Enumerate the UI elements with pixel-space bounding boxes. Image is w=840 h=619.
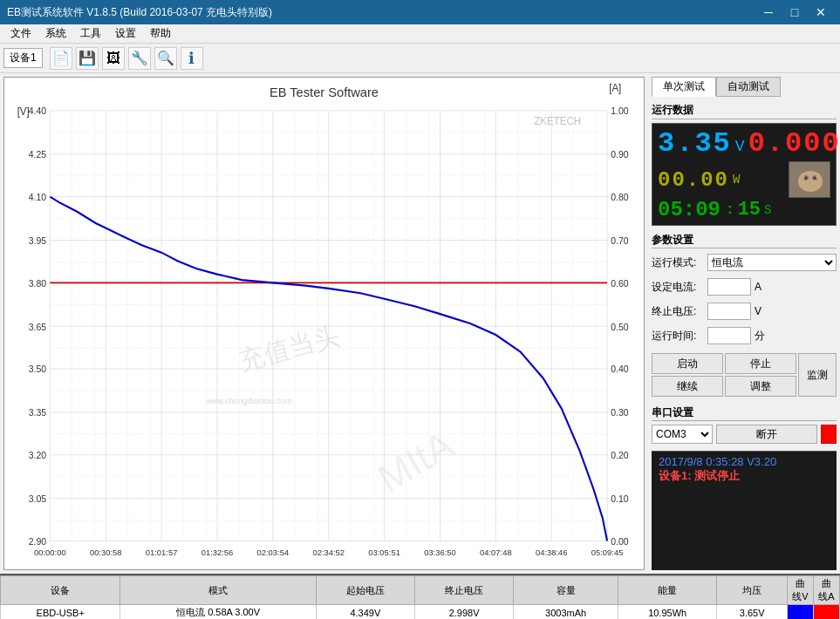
connection-indicator — [821, 425, 837, 444]
cat-image — [789, 161, 830, 198]
mode-row: 运行模式: 恒电流 — [652, 254, 837, 271]
toolbar: 设备1 📄 💾 🖼 🔧 🔍 ℹ — [0, 44, 840, 73]
menu-bar: 文件 系统 工具 设置 帮助 — [0, 24, 840, 44]
menu-file[interactable]: 文件 — [3, 24, 38, 43]
col-capacity: 容量 — [514, 576, 618, 605]
svg-text:3.20: 3.20 — [29, 450, 46, 460]
time-display: 05:09 — [658, 198, 720, 221]
svg-text:3.65: 3.65 — [29, 321, 46, 331]
title-bar: EB测试系统软件 V1.8.5 (Build 2016-03-07 充电头特别版… — [0, 0, 840, 24]
voltage-input[interactable]: 3.00 — [707, 303, 751, 320]
svg-text:02:03:54: 02:03:54 — [257, 548, 290, 557]
data-table: 设备 模式 起始电压 终止电压 容量 能量 均压 曲线V 曲线A EBD-USB… — [0, 574, 840, 619]
voltage-current-row: 3.35 V 0.000 A — [658, 127, 830, 160]
time-row: 05:09 : 15 S — [658, 198, 830, 221]
title-controls: ─ □ ✕ — [756, 3, 833, 22]
tab-single[interactable]: 单次测试 — [652, 77, 716, 97]
monitor-button[interactable]: 监测 — [798, 353, 837, 397]
tab-auto[interactable]: 自动测试 — [716, 77, 781, 97]
time-sec: 15 — [738, 199, 761, 221]
cell-start-volt: 4.349V — [316, 605, 414, 620]
serial-label: 串口设置 — [652, 405, 837, 421]
svg-text:1.00: 1.00 — [611, 105, 628, 116]
serial-row: COM3 断开 — [652, 425, 837, 444]
minimize-button[interactable]: ─ — [756, 3, 781, 22]
cell-avg-volt: 3.65V — [717, 605, 788, 620]
svg-text:3.80: 3.80 — [29, 278, 46, 289]
menu-settings[interactable]: 设置 — [108, 24, 143, 43]
chart-area: EB Tester Software ZKETECH 充值当头 www.chon… — [3, 77, 645, 570]
disconnect-button[interactable]: 断开 — [716, 425, 817, 444]
svg-text:01:32:56: 01:32:56 — [201, 548, 234, 557]
adjust-button[interactable]: 调整 — [725, 376, 796, 397]
svg-text:EB Tester Software: EB Tester Software — [270, 84, 379, 99]
menu-help[interactable]: 帮助 — [143, 24, 178, 43]
results-table: 设备 模式 起始电压 终止电压 容量 能量 均压 曲线V 曲线A EBD-USB… — [0, 575, 840, 619]
cell-curve-v — [788, 605, 814, 620]
svg-text:0.40: 0.40 — [611, 364, 628, 374]
svg-text:05:09:45: 05:09:45 — [591, 548, 624, 557]
menu-tools[interactable]: 工具 — [73, 24, 108, 43]
svg-text:2.90: 2.90 — [29, 536, 46, 547]
image-button[interactable]: 🖼 — [102, 47, 125, 70]
svg-text:ZKETECH: ZKETECH — [534, 115, 581, 126]
chart-svg: EB Tester Software ZKETECH 充值当头 www.chon… — [4, 78, 644, 569]
col-end-volt: 终止电压 — [414, 576, 513, 605]
params-label: 参数设置 — [652, 233, 837, 248]
current-input[interactable]: 0.58 — [707, 278, 751, 296]
run-data-label: 运行数据 — [652, 102, 837, 119]
zoom-button[interactable]: 🔍 — [154, 47, 177, 70]
svg-text:0.80: 0.80 — [611, 192, 628, 202]
svg-text:0.20: 0.20 — [611, 450, 628, 460]
cell-energy: 10.95Wh — [618, 605, 717, 620]
svg-text:04:07:48: 04:07:48 — [480, 548, 512, 557]
mode-select[interactable]: 恒电流 — [707, 254, 837, 271]
save-button[interactable]: 💾 — [76, 47, 99, 70]
close-button[interactable]: ✕ — [809, 3, 833, 22]
svg-text:04:38:46: 04:38:46 — [536, 548, 568, 557]
power-display: 00.00 — [658, 168, 729, 192]
svg-text:[V]: [V] — [17, 105, 30, 117]
com-select[interactable]: COM3 — [652, 425, 713, 444]
svg-text:00:00:00: 00:00:00 — [34, 548, 66, 557]
app-title: EB测试系统软件 V1.8.5 (Build 2016-03-07 充电头特别版… — [7, 5, 272, 20]
current-row: 设定电流: 0.58 A — [652, 278, 837, 296]
stop-button[interactable]: 停止 — [725, 353, 796, 374]
right-panel: 单次测试 自动测试 运行数据 3.35 V 0.000 A 00.00 W — [648, 73, 840, 574]
info-button[interactable]: ℹ — [181, 47, 203, 70]
device-tab[interactable]: 设备1 — [3, 48, 43, 68]
wrench-button[interactable]: 🔧 — [128, 47, 151, 70]
status-line2: 设备1: 测试停止 — [659, 468, 830, 484]
col-curve-v: 曲线V — [788, 576, 814, 605]
table-row: EBD-USB+ 恒电流 0.58A 3.00V 4.349V 2.998V 3… — [1, 605, 840, 620]
svg-text:0.50: 0.50 — [611, 321, 628, 331]
time-unit: S — [764, 203, 771, 217]
time-sec-display: : — [726, 202, 734, 218]
run-data-display: 3.35 V 0.000 A 00.00 W — [652, 123, 837, 226]
svg-text:0.60: 0.60 — [611, 278, 628, 289]
voltage-unit-label: V — [755, 305, 772, 317]
svg-text:0.90: 0.90 — [611, 149, 628, 160]
time-param-input[interactable]: 0 — [707, 327, 751, 344]
svg-text:01:01:57: 01:01:57 — [146, 548, 178, 557]
svg-text:00:30:58: 00:30:58 — [90, 548, 122, 557]
col-device: 设备 — [1, 576, 120, 605]
svg-text:4.10: 4.10 — [29, 192, 46, 202]
control-buttons: 启动 停止 监测 继续 调整 — [652, 353, 837, 397]
svg-text:3.05: 3.05 — [29, 493, 46, 504]
mode-tabs: 单次测试 自动测试 — [652, 77, 837, 97]
cell-capacity: 3003mAh — [514, 605, 618, 620]
voltage-stop-label: 终止电压: — [652, 304, 704, 319]
time-param-unit: 分 — [755, 329, 772, 344]
menu-system[interactable]: 系统 — [38, 24, 73, 43]
new-button[interactable]: 📄 — [50, 47, 72, 70]
mode-label: 运行模式: — [652, 255, 704, 270]
start-button[interactable]: 启动 — [652, 353, 723, 374]
maximize-button[interactable]: □ — [782, 3, 807, 22]
voltage-unit: V — [735, 138, 745, 155]
cell-device: EBD-USB+ — [1, 605, 120, 620]
continue-button[interactable]: 继续 — [652, 376, 723, 397]
col-start-volt: 起始电压 — [316, 576, 414, 605]
col-mode: 模式 — [120, 576, 316, 605]
power-row: 00.00 W — [658, 161, 830, 198]
